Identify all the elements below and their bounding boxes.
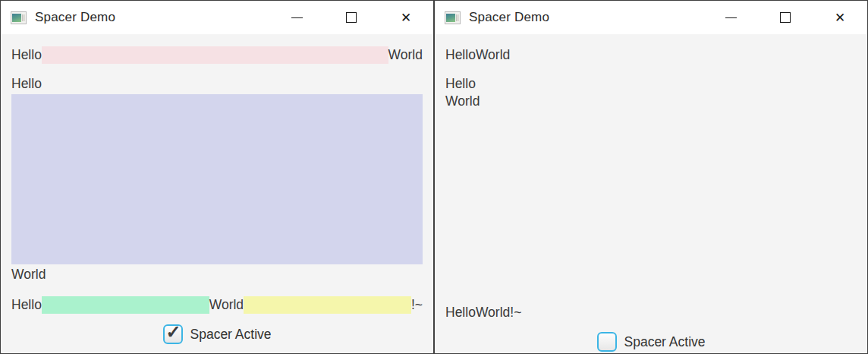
spacer-active-checkbox[interactable]: ✓ xyxy=(163,324,183,344)
spacer-active-row: ✓ Spacer Active xyxy=(11,323,423,346)
minimize-button[interactable] xyxy=(269,1,324,34)
close-button[interactable]: ✕ xyxy=(379,1,433,34)
minimize-button[interactable] xyxy=(703,1,758,34)
world-label: World xyxy=(476,46,510,64)
lavender-spacer xyxy=(11,94,423,264)
vertical-spacer-bottom-row: World xyxy=(11,266,423,283)
green-spacer xyxy=(42,296,209,314)
hello-label: Hello xyxy=(11,46,42,64)
hello-label: Hello xyxy=(445,46,476,64)
caption-buttons: ✕ xyxy=(269,1,433,34)
yellow-spacer xyxy=(244,296,411,314)
minimize-icon xyxy=(725,17,737,18)
hello-label: Hello xyxy=(445,304,476,321)
spacer-active-label[interactable]: Spacer Active xyxy=(190,327,272,343)
close-icon: ✕ xyxy=(835,11,845,24)
app-icon xyxy=(11,11,27,24)
double-spacer-row: Hello World !~ xyxy=(11,296,423,314)
suffix-label: !~ xyxy=(510,304,521,321)
maximize-button[interactable] xyxy=(758,1,813,34)
minimize-icon xyxy=(291,17,303,18)
world-label: World xyxy=(11,266,46,283)
app-icon-strip xyxy=(22,14,25,21)
window-title: Spacer Demo xyxy=(469,10,549,25)
maximize-icon xyxy=(346,12,357,23)
app-icon-thumbnail xyxy=(446,14,455,22)
horizontal-spacer-row: Hello World xyxy=(11,46,423,64)
maximize-icon xyxy=(780,12,791,23)
close-button[interactable]: ✕ xyxy=(813,1,867,34)
app-icon xyxy=(445,11,461,24)
titlebar[interactable]: Spacer Demo ✕ xyxy=(435,1,867,34)
app-icon-thumbnail xyxy=(12,14,21,22)
suffix-label: !~ xyxy=(411,296,423,314)
titlebar[interactable]: Spacer Demo ✕ xyxy=(1,1,433,34)
spacer-active-label[interactable]: Spacer Active xyxy=(624,334,706,350)
app-icon-strip xyxy=(456,14,459,21)
hello-label: Hello xyxy=(11,296,42,314)
close-icon: ✕ xyxy=(401,11,411,24)
horizontal-spacer-row: Hello World xyxy=(445,46,857,64)
double-spacer-row: Hello World !~ xyxy=(445,304,857,321)
world-label: World xyxy=(445,93,480,110)
spacer-active-checkbox[interactable]: ✓ xyxy=(597,332,617,352)
desktop: Spacer Demo ✕ Hello World Hello xyxy=(0,0,868,354)
window-title: Spacer Demo xyxy=(35,10,115,25)
maximize-button[interactable] xyxy=(324,1,379,34)
empty-space xyxy=(445,110,857,304)
world-label: World xyxy=(388,46,423,64)
pink-spacer xyxy=(42,46,388,64)
hello-label: Hello xyxy=(11,75,42,93)
vertical-spacer-top-row: Hello xyxy=(445,75,857,93)
window-body: Hello World Hello World Hello World !~ xyxy=(1,34,433,353)
window-spacer-inactive: Spacer Demo ✕ Hello World Hello xyxy=(434,0,868,354)
caption-buttons: ✕ xyxy=(703,1,867,34)
world-label: World xyxy=(476,304,510,321)
window-body: Hello World Hello World Hello World !~ ✓… xyxy=(435,34,867,353)
world-label: World xyxy=(209,296,244,314)
checkmark-icon: ✓ xyxy=(165,321,181,343)
vertical-spacer-top-row: Hello xyxy=(11,75,423,93)
vertical-spacer-bottom-row: World xyxy=(445,93,857,110)
spacer-active-row: ✓ Spacer Active xyxy=(445,330,857,353)
window-spacer-active: Spacer Demo ✕ Hello World Hello xyxy=(0,0,434,354)
hello-label: Hello xyxy=(445,75,476,93)
